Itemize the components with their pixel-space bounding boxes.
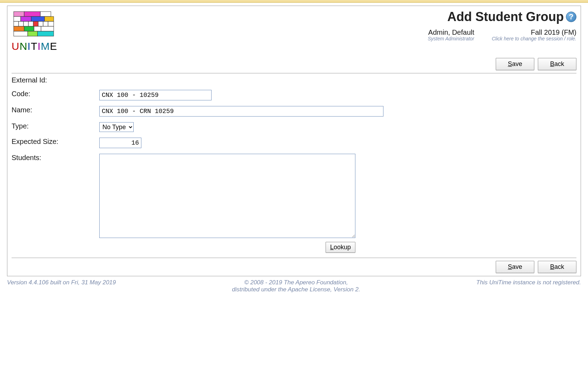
students-textarea[interactable] [99,154,355,238]
label-expected-size: Expected Size: [7,135,95,151]
svg-rect-14 [43,21,48,26]
svg-rect-18 [34,26,41,31]
help-icon[interactable]: ? [566,12,576,22]
name-input[interactable] [99,106,383,117]
back-button-top[interactable]: Back [538,58,576,70]
label-name: Name: [7,103,95,119]
page-title: Add Student Group [447,9,564,24]
svg-rect-10 [24,21,28,26]
back-button-bottom[interactable]: Back [538,261,576,273]
footer-copyright-line1: © 2008 - 2019 The Apereo Foundation, [244,279,348,286]
top-accent-bar [0,0,588,3]
footer-version: Version 4.4.106 built on Fri, 31 May 201… [7,279,116,293]
user-info-block[interactable]: Admin, Default System Administrator [428,28,474,41]
footer: Version 4.4.106 built on Fri, 31 May 201… [0,278,588,300]
svg-rect-4 [14,16,21,21]
label-external-id: External Id: [7,73,95,87]
svg-rect-12 [33,21,38,26]
svg-rect-1 [14,12,24,16]
header-right: Add Student Group ? Admin, Default Syste… [428,9,576,41]
label-students: Students: [7,151,95,258]
user-role: System Administrator [428,36,474,41]
save-label-suffix: ave [512,60,522,67]
svg-rect-16 [14,26,24,31]
back-label-suffix: ack [554,60,564,67]
header-info: Admin, Default System Administrator Fall… [428,28,576,41]
svg-rect-17 [24,26,34,31]
logo-text: UNITIME [12,40,57,52]
session-hint: Click here to change the session / role. [492,36,576,41]
button-row-top: Save Back [7,55,581,73]
lookup-button[interactable]: Lookup [326,242,355,253]
footer-copyright-line2: distributed under the Apache License, Ve… [232,286,360,293]
page-title-row: Add Student Group ? [428,9,576,24]
svg-rect-13 [38,21,43,26]
type-select[interactable]: No Type [99,122,134,132]
svg-rect-7 [45,16,54,21]
logo-area: UNITIME [12,9,57,52]
value-external-id [95,73,581,87]
svg-rect-5 [21,16,31,21]
label-type: Type: [7,119,95,135]
lookup-label-suffix: ookup [334,244,351,251]
svg-rect-22 [38,31,54,36]
svg-rect-20 [14,31,28,36]
user-name: Admin, Default [428,28,474,37]
label-code: Code: [7,87,95,103]
svg-rect-2 [24,12,40,16]
svg-rect-11 [28,21,33,26]
save-button-bottom[interactable]: Save [496,261,534,273]
footer-registration: This UniTime instance is not registered. [476,279,581,293]
svg-rect-6 [31,16,45,21]
header-row: UNITIME Add Student Group ? Admin, Defau… [7,6,581,55]
button-row-bottom: Save Back [7,258,581,276]
svg-rect-8 [14,21,19,26]
main-container: UNITIME Add Student Group ? Admin, Defau… [7,6,581,276]
session-name: Fall 2019 (FM) [492,28,576,37]
svg-rect-9 [19,21,24,26]
logo-icon [12,9,57,38]
svg-rect-19 [41,26,54,31]
code-input[interactable] [99,90,212,100]
session-info-block[interactable]: Fall 2019 (FM) Click here to change the … [492,28,576,41]
svg-rect-21 [28,31,38,36]
form-table: External Id: Code: Name: Type: No Type E… [7,73,581,258]
svg-rect-15 [48,21,54,26]
expected-size-input[interactable] [99,138,141,148]
svg-rect-3 [40,12,51,16]
save-button-top[interactable]: Save [496,58,534,70]
footer-copyright: © 2008 - 2019 The Apereo Foundation, dis… [116,279,476,293]
